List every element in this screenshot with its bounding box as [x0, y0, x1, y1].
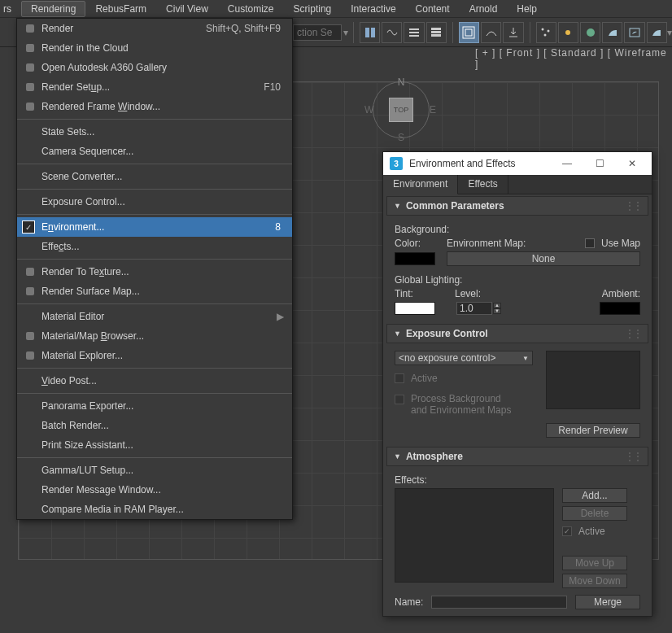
svg-point-11 [548, 29, 550, 32]
menu-rebusfarm[interactable]: RebusFarm [85, 1, 156, 17]
browser-icon [22, 330, 38, 342]
menu-item-label: Environment... [38, 221, 275, 233]
menu-item-label: Material Explorer... [38, 350, 286, 361]
menu-item-label: State Sets... [38, 126, 286, 138]
menu-item[interactable]: Camera Sequencer... [17, 142, 292, 161]
menu-help[interactable]: Help [507, 1, 547, 17]
toolbar-btn-layers[interactable] [360, 22, 380, 43]
toolbar-btn-safe-frame[interactable] [459, 22, 479, 43]
explorer-icon [22, 350, 38, 361]
menu-item[interactable]: Video Post... [17, 371, 292, 391]
menu-item[interactable]: Print Size Assistant... [17, 435, 292, 455]
toolbar-btn-material[interactable] [580, 22, 600, 43]
spin-up-icon[interactable]: ▲ [493, 303, 501, 308]
maximize-button[interactable]: ☐ [583, 154, 616, 173]
toolbar-btn-render-setup[interactable] [602, 22, 622, 43]
menu-item-label: Render in the Cloud [38, 42, 286, 54]
svg-rect-20 [26, 103, 34, 111]
rollup-header-atmosphere[interactable]: ▼ Atmosphere ⋮⋮ [386, 447, 648, 466]
menu-item[interactable]: Material Editor▶ [17, 307, 292, 326]
background-color-swatch[interactable] [395, 252, 435, 265]
effect-name-input[interactable] [431, 596, 567, 609]
use-map-label: Use Map [601, 238, 640, 249]
selection-set-input[interactable] [293, 24, 342, 41]
menu-item[interactable]: Open Autodesk A360 Gallery [17, 58, 292, 77]
menu-item[interactable]: Batch Render... [17, 416, 292, 435]
menu-item[interactable]: RenderShift+Q, Shift+F9 [17, 19, 292, 38]
svg-point-12 [544, 33, 547, 36]
close-button[interactable]: ✕ [616, 154, 648, 173]
menu-arnold[interactable]: Arnold [460, 1, 508, 17]
menu-item[interactable]: Render Message Window... [17, 480, 292, 500]
name-label: Name: [395, 596, 423, 608]
menu-bar: rsRenderingRebusFarmCivil ViewCustomizeS… [0, 0, 672, 18]
menu-civil-view[interactable]: Civil View [156, 1, 218, 17]
menu-item[interactable]: Exposure Control... [17, 192, 292, 212]
environment-map-button[interactable]: None [447, 251, 640, 266]
menu-item[interactable]: Scene Converter... [17, 167, 292, 186]
menu-item[interactable]: Gamma/LUT Setup... [17, 461, 292, 480]
menu-item[interactable]: Environment...8 [17, 217, 292, 237]
move-up-button[interactable]: Move Up [562, 556, 627, 570]
render-preview-button[interactable]: Render Preview [546, 423, 640, 438]
level-label: Level: [455, 288, 520, 299]
menu-item[interactable]: Render in the Cloud [17, 38, 292, 58]
svg-rect-24 [26, 351, 34, 360]
delete-effect-button[interactable]: Delete [562, 506, 627, 521]
menu-rs[interactable]: rs [0, 1, 21, 17]
minimize-button[interactable]: — [551, 154, 583, 173]
rollup-common-parameters: ▼ Common Parameters ⋮⋮ Background: Color… [386, 196, 648, 322]
rollup-header-common[interactable]: ▼ Common Parameters ⋮⋮ [386, 196, 648, 216]
tab-environment[interactable]: Environment [383, 175, 458, 194]
toolbar-btn-graph[interactable] [382, 22, 402, 43]
menu-content[interactable]: Content [406, 1, 460, 17]
level-input[interactable] [456, 302, 492, 315]
menu-interactive[interactable]: Interactive [341, 1, 405, 17]
svg-rect-23 [26, 332, 34, 340]
menu-rendering[interactable]: Rendering [21, 1, 85, 17]
use-map-checkbox[interactable] [585, 238, 595, 248]
merge-button[interactable]: Merge [575, 595, 640, 609]
toolbar-btn-stack[interactable] [426, 22, 447, 43]
ambient-color-swatch[interactable] [600, 302, 640, 315]
toolbar-btn-sun[interactable] [558, 22, 578, 43]
menu-item[interactable]: State Sets... [17, 122, 292, 142]
menu-item[interactable]: Compare Media in RAM Player... [17, 500, 292, 519]
rollup-header-exposure[interactable]: ▼ Exposure Control ⋮⋮ [386, 324, 648, 343]
add-effect-button[interactable]: Add... [562, 488, 627, 503]
menu-scripting[interactable]: Scripting [284, 1, 342, 17]
menu-item[interactable]: Effects... [17, 237, 292, 256]
toolbar-btn-curve[interactable] [481, 22, 501, 43]
exposure-combo[interactable]: <no exposure control> ▼ [395, 351, 533, 365]
menu-item[interactable]: Panorama Exporter... [17, 396, 292, 416]
atmosphere-active-checkbox [562, 526, 572, 536]
viewport-label[interactable]: [ + ] [ Front ] [ Standard ] [ Wireframe… [475, 47, 672, 70]
toolbar-btn-render[interactable] [647, 22, 667, 43]
svg-rect-8 [463, 27, 474, 38]
effects-listbox[interactable] [395, 488, 554, 583]
toolbar-btn-download[interactable] [503, 22, 523, 43]
toolbar-btn-render-frame[interactable] [624, 22, 644, 43]
menu-item[interactable]: Render To Texture... [17, 262, 292, 282]
menu-customize[interactable]: Customize [218, 1, 284, 17]
spin-down-icon[interactable]: ▼ [493, 308, 501, 314]
rollup-atmosphere: ▼ Atmosphere ⋮⋮ Effects: Add... Delete A… [386, 447, 648, 616]
menu-item[interactable]: Rendered Frame Window... [17, 97, 292, 116]
menu-item[interactable]: Render Surface Map... [17, 282, 292, 301]
tab-effects[interactable]: Effects [458, 175, 508, 194]
menu-item[interactable]: Render Setup...F10 [17, 77, 292, 97]
menu-item[interactable]: Material/Map Browser... [17, 326, 292, 346]
move-down-button[interactable]: Move Down [562, 574, 627, 588]
menu-item[interactable]: Material Explorer... [17, 346, 292, 365]
level-spinner[interactable]: ▲▼ [456, 302, 501, 315]
panel-titlebar[interactable]: 3 Environment and Effects — ☐ ✕ [383, 152, 652, 175]
lighting-label: Global Lighting: [395, 274, 640, 286]
viewcube[interactable]: N S E W TOP [371, 80, 431, 140]
toolbar-btn-particles[interactable] [536, 22, 556, 43]
collapse-icon: ▼ [394, 202, 401, 210]
envmap-label: Environment Map: [447, 238, 582, 249]
svg-rect-1 [371, 28, 375, 37]
menu-item-label: Material/Map Browser... [38, 330, 286, 342]
toolbar-btn-list[interactable] [404, 22, 424, 43]
tint-color-swatch[interactable] [395, 302, 435, 315]
